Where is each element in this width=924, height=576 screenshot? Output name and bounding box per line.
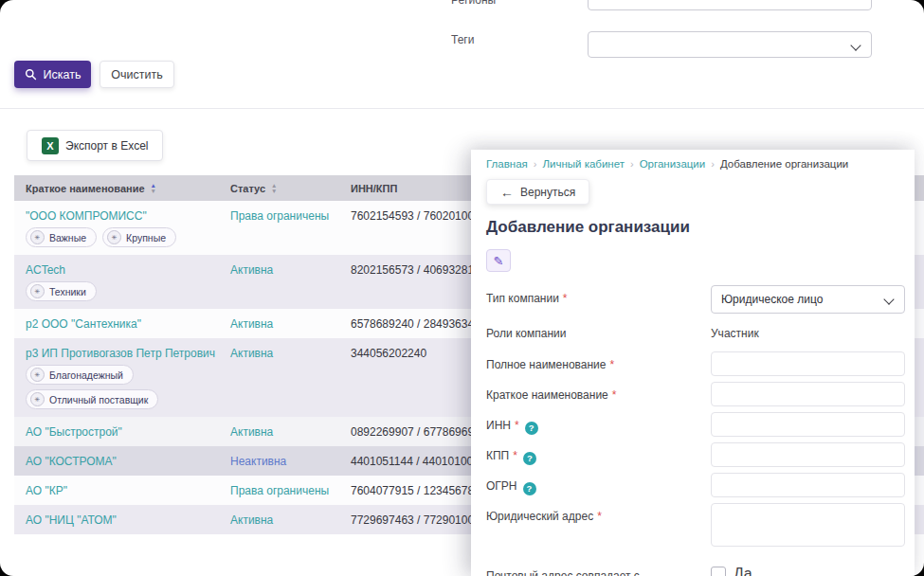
org-name-link[interactable]: "ООО КОМПРОМИСС" [26,209,147,223]
sort-icons[interactable]: ▲▼ [151,183,156,194]
legal-address-textarea[interactable] [711,503,905,547]
postal-same-checkbox[interactable] [711,567,726,576]
status-cell: Активна [230,317,351,331]
short-name-input[interactable] [711,382,905,406]
tag-list: ✳Техники [26,281,230,301]
tag-icon: ✳ [30,392,45,406]
search-button[interactable]: Искать [14,61,91,88]
company-type-label: Тип компании* [486,285,711,305]
full-name-input[interactable] [711,351,905,376]
back-arrow-icon: ← [500,186,514,199]
form-row-legal-address: Юридический адрес* [486,503,905,550]
ogrn-input[interactable] [711,473,905,497]
tag-badge[interactable]: ✳Отличный поставщик [26,389,158,409]
company-type-select[interactable]: Юридическое лицо [711,285,905,314]
form-row-company-type: Тип компании* Юридическое лицо [486,285,905,314]
required-asterisk: * [597,510,602,523]
ogrn-label: ОГРН? [486,473,711,495]
label-text: Юридический адрес [486,510,593,523]
label-text: КПП [486,449,509,462]
tag-icon: ✳ [30,368,45,382]
breadcrumb-separator-icon: › [630,158,634,170]
tag-badge[interactable]: ✳Техники [26,281,97,301]
org-name-link[interactable]: ACTech [26,263,65,277]
col-header-short-name[interactable]: Краткое наименование ▲▼ [14,183,230,194]
label-text: Почтовый адрес совпадает с юридическим [486,569,640,576]
breadcrumb-home[interactable]: Главная [486,158,528,170]
tag-icon: ✳ [30,284,45,298]
company-type-value: Юридическое лицо [721,293,823,306]
tag-list: ✳Благонадежный ✳Отличный поставщик [26,365,230,409]
col-header-short-name-label: Краткое наименование [26,183,145,194]
back-button[interactable]: ← Вернуться [486,179,589,205]
org-name-link[interactable]: р3 ИП Противогазов Петр Петрович [26,347,215,360]
regions-select[interactable] [588,0,872,10]
tag-label: Важные [49,232,86,243]
status-cell: Активна [230,263,351,277]
excel-icon: X [42,137,59,154]
company-roles-label: Роли компании [486,324,711,340]
sort-desc-icon: ▼ [271,189,277,194]
tag-label: Крупные [126,232,166,243]
name-cell: АО "Быстрострой" [14,425,230,439]
sort-icons[interactable]: ▲▼ [271,183,277,194]
legal-address-label: Юридический адрес* [486,503,711,523]
search-icon [25,68,37,81]
postal-same-checkbox-label: Да [734,566,752,576]
clear-button-label: Очистить [111,68,162,81]
status-cell: Активна [230,347,351,360]
tag-badge[interactable]: ✳Важные [26,227,97,247]
org-name-link[interactable]: р2 ООО "Сантехника" [26,317,141,331]
form-row-inn: ИНН*? [486,412,905,437]
status-cell: Права ограничены [230,484,351,497]
edit-button[interactable]: ✎ [486,249,511,272]
label-text: ОГРН [486,479,517,493]
sort-desc-icon: ▼ [151,189,156,194]
help-icon[interactable]: ? [523,482,536,495]
name-cell: "ООО КОМПРОМИСС" ✳Важные ✳Крупные [14,209,230,247]
tag-icon: ✳ [30,230,45,244]
status-cell: Неактивна [230,455,351,468]
breadcrumb-organizations[interactable]: Организации [640,158,706,170]
help-icon[interactable]: ? [525,422,538,435]
breadcrumb-personal-cabinet[interactable]: Личный кабинет [542,158,625,170]
name-cell: ACTech ✳Техники [14,263,230,301]
inn-input[interactable] [711,412,905,437]
status-cell: Активна [230,425,351,439]
name-cell: АО "НИЦ "АТОМ" [14,513,230,527]
org-name-link[interactable]: АО "КР" [26,484,67,497]
search-button-label: Искать [44,68,82,81]
org-name-link[interactable]: АО "Быстрострой" [26,425,122,439]
tag-badge[interactable]: ✳Благонадежный [26,365,134,385]
org-name-link[interactable]: АО "КОСТРОМА" [26,455,117,468]
tag-badge[interactable]: ✳Крупные [102,227,176,247]
form-row-short-name: Краткое наименование* [486,382,905,406]
tag-icon: ✳ [107,230,121,244]
name-cell: р3 ИП Противогазов Петр Петрович ✳Благон… [14,347,230,409]
label-text: ИНН [486,419,511,432]
kpp-input[interactable] [711,442,905,467]
label-text: Полное наименование [486,358,607,371]
breadcrumb-separator-icon: › [534,158,537,170]
add-organization-panel: Главная›Личный кабинет›Организации›Добав… [471,150,915,576]
chevron-down-icon [850,40,861,50]
breadcrumb-separator-icon: › [711,158,715,170]
name-cell: р2 ООО "Сантехника" [14,317,230,331]
export-excel-button[interactable]: X Экспорт в Excel [27,130,163,161]
name-cell: АО "КР" [14,484,230,497]
org-name-link[interactable]: АО "НИЦ "АТОМ" [26,513,117,527]
required-asterisk: * [563,292,568,305]
form-row-ogrn: ОГРН? [486,473,905,497]
form-row-company-roles: Роли компании Участник [486,324,905,341]
page-title: Добавление организации [486,218,905,237]
full-name-label: Полное наименование* [486,351,711,371]
organization-form: Тип компании* Юридическое лицо Роли комп… [486,285,905,576]
status-cell: Активна [230,513,351,527]
form-row-postal-same: Почтовый адрес совпадает с юридическим Д… [486,563,905,576]
help-icon[interactable]: ? [523,452,536,465]
required-asterisk: * [515,419,519,432]
clear-button[interactable]: Очистить [100,61,174,88]
breadcrumb-current: Добавление организации [720,158,848,170]
col-header-status[interactable]: Статус ▲▼ [230,183,351,194]
tags-select[interactable] [588,31,872,58]
